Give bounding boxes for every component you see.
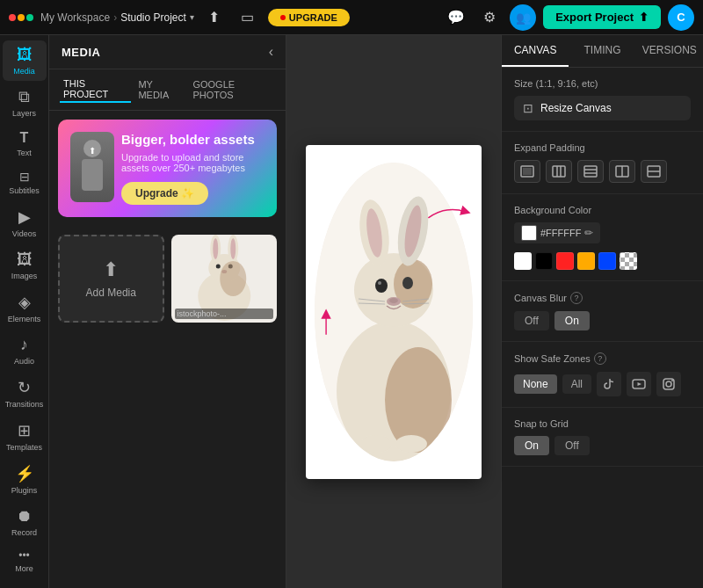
safe-zone-all-button[interactable]: All (562, 374, 591, 394)
audio-icon: ♪ (20, 336, 28, 354)
add-media-icon: ⬆ (103, 258, 119, 281)
add-media-button[interactable]: ⬆ Add Media (58, 235, 164, 323)
nav-item-audio[interactable]: ♪ Audio (3, 330, 47, 371)
settings-button[interactable]: ⚙ (476, 4, 503, 31)
pad-cols-button[interactable] (546, 160, 572, 183)
canvas-size-section: Size (1:1, 9:16, etc) ⊡ Resize Canvas (502, 68, 703, 132)
snap-on-button[interactable]: On (514, 436, 549, 455)
nav-item-images[interactable]: 🖼 Images (3, 245, 47, 286)
pad-vert-icon (615, 165, 629, 178)
pad-horiz-button[interactable] (641, 160, 667, 183)
upload-button[interactable]: ⬆ (201, 4, 228, 31)
safe-zones-help-icon: ? (594, 352, 606, 365)
tab-this-project[interactable]: THIS PROJECT (60, 76, 131, 103)
white-swatch (521, 225, 537, 241)
record-icon: ⏺ (17, 507, 33, 526)
safe-zones-row: None All (514, 372, 691, 396)
blur-off-button[interactable]: Off (514, 311, 549, 330)
swatch-blue[interactable] (598, 252, 616, 270)
bg-color-label: Background Color (514, 205, 691, 215)
safe-zone-none-button[interactable]: None (514, 374, 557, 394)
svg-rect-1 (82, 159, 103, 191)
canvas-area (286, 35, 501, 588)
nav-item-media[interactable]: 🖼 Media (3, 40, 47, 81)
upgrade-button[interactable]: UPGRADE (268, 9, 350, 26)
tab-versions[interactable]: VERSIONS (636, 35, 703, 67)
svg-point-28 (389, 298, 398, 303)
swatch-transparent[interactable] (620, 252, 637, 270)
pad-vert-button[interactable] (609, 160, 635, 183)
safe-zones-label: Show Safe Zones ? (514, 352, 691, 365)
canvas-frame (306, 145, 482, 479)
media-panel: MEDIA ‹ THIS PROJECT MY MEDIA GOOGLE PHO… (49, 35, 286, 588)
svg-point-26 (402, 277, 413, 289)
svg-marker-46 (638, 382, 642, 386)
project-name[interactable]: Studio Project (120, 11, 186, 24)
pad-full-button[interactable] (514, 160, 540, 183)
banner-text: Upgrade to upload and store assets over … (121, 152, 265, 173)
plugins-icon: ⚡ (15, 464, 34, 483)
tab-canvas[interactable]: CANVAS (502, 35, 569, 67)
nav-item-subtitles[interactable]: ⊟ Subtitles (3, 164, 47, 200)
nav-item-plugins[interactable]: ⚡ Plugins (3, 459, 47, 500)
svg-rect-35 (553, 166, 565, 177)
tiktok-icon[interactable] (597, 372, 621, 396)
youtube-icon[interactable] (627, 372, 651, 396)
svg-point-17 (395, 435, 427, 453)
svg-point-16 (360, 435, 392, 453)
add-media-label: Add Media (86, 287, 136, 299)
svg-point-9 (215, 265, 220, 269)
resize-canvas-label: Resize Canvas (540, 102, 612, 114)
svg-point-48 (666, 381, 671, 387)
export-button[interactable]: Export Project ⬆ (543, 5, 661, 29)
swatch-white[interactable] (514, 252, 532, 270)
project-chevron-icon[interactable]: ▾ (190, 12, 194, 22)
background-color-section: Background Color #FFFFFF ✏ (502, 194, 703, 281)
right-panel: CANVAS TIMING VERSIONS Size (1:1, 9:16, … (501, 35, 703, 588)
workspace-name[interactable]: My Workspace (40, 11, 110, 24)
nav-item-layers[interactable]: ⧉ Layers (3, 83, 47, 123)
tab-timing[interactable]: TIMING (569, 35, 635, 67)
banner-avatar-img: ⬆ (75, 136, 110, 198)
layers-icon: ⧉ (18, 88, 30, 106)
eyedropper-icon[interactable]: ✏ (584, 227, 593, 239)
resize-canvas-button[interactable]: ⊡ Resize Canvas (514, 96, 691, 120)
videos-icon: ▶ (18, 207, 31, 227)
swatch-yellow[interactable] (577, 252, 595, 270)
nav-item-text[interactable]: T Text (3, 125, 47, 163)
media-tabs: THIS PROJECT MY MEDIA GOOGLE PHOTOS (49, 69, 286, 111)
nav-item-more[interactable]: ••• More (3, 544, 47, 578)
expand-padding-label: Expand Padding (514, 142, 691, 153)
subtitles-icon: ⊟ (19, 170, 30, 184)
topbar: My Workspace › Studio Project ▾ ⬆ ▭ UPGR… (0, 0, 703, 35)
nav-item-elements[interactable]: ◈ Elements (3, 287, 47, 329)
blur-on-button[interactable]: On (554, 311, 590, 330)
nav-item-record[interactable]: ⏺ Record (3, 502, 47, 542)
pad-rows-button[interactable] (577, 160, 604, 183)
pad-rows-icon (583, 165, 598, 178)
upgrade-banner-button[interactable]: Upgrade ✨ (121, 182, 208, 205)
share-button[interactable]: 👥 (510, 4, 536, 31)
hex-input-group[interactable]: #FFFFFF ✏ (514, 222, 600, 243)
tab-my-media[interactable]: MY MEDIA (134, 77, 185, 102)
media-grid: ⬆ Add Media (49, 226, 286, 331)
tab-google-photos[interactable]: GOOGLE PHOTOS (189, 77, 275, 102)
export-icon: ⬆ (639, 11, 649, 24)
user-avatar[interactable]: C (668, 4, 694, 31)
swatch-red[interactable] (556, 252, 574, 270)
collapse-icon[interactable]: ‹ (269, 44, 273, 60)
hex-value: #FFFFFF (540, 228, 581, 238)
nav-item-videos[interactable]: ▶ Videos (3, 202, 47, 243)
nav-item-templates[interactable]: ⊞ Templates (3, 416, 47, 457)
instagram-icon[interactable] (656, 372, 681, 396)
snap-off-button[interactable]: Off (554, 436, 590, 455)
media-thumbnail[interactable]: istockphoto-... (171, 235, 278, 323)
swatch-black[interactable] (535, 252, 553, 270)
pad-cols-icon (552, 165, 566, 178)
nav-item-transitions[interactable]: ↻ Transitions (3, 373, 47, 414)
canvas-blur-section: Canvas Blur ? Off On (502, 281, 703, 342)
layout-button[interactable]: ▭ (235, 4, 261, 31)
comment-button[interactable]: 💬 (443, 4, 469, 31)
blur-toggle: Off On (514, 311, 691, 330)
snap-to-grid-section: Snap to Grid On Off (502, 408, 703, 467)
